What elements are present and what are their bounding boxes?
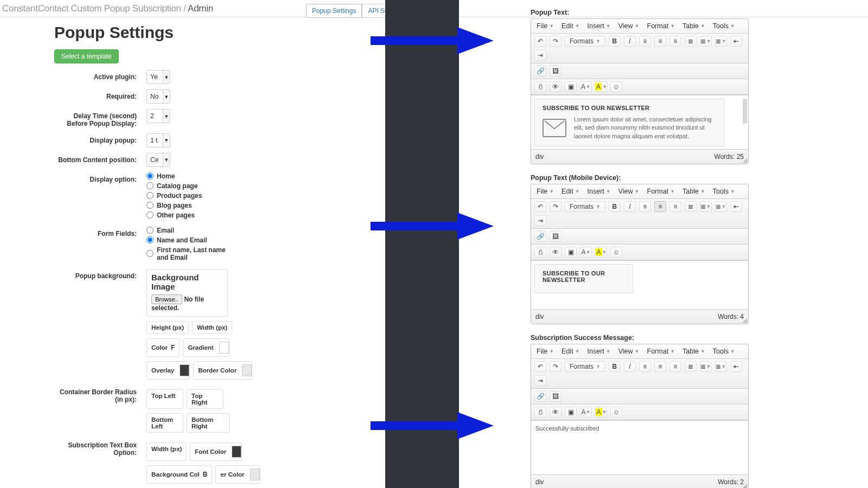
menu-tools[interactable]: Tools▼ (713, 348, 735, 355)
emoticon-icon[interactable]: ☺ (610, 247, 622, 258)
menu-table[interactable]: Table▼ (682, 22, 705, 30)
menu-view[interactable]: View▼ (618, 22, 640, 30)
input-background-col[interactable]: Background ColB (146, 465, 212, 484)
select-template-button[interactable]: Select a template (54, 49, 119, 63)
align-left-icon[interactable]: ≡ (639, 201, 651, 212)
editor-content[interactable]: SUBSCRIBE TO OUR NEWSLETTER (531, 260, 748, 309)
menu-edit[interactable]: Edit▼ (561, 22, 579, 30)
resize-handle[interactable] (742, 157, 747, 163)
align-center-icon[interactable]: ≡ (654, 36, 666, 47)
radio-other[interactable]: Other pages (146, 211, 358, 219)
menu-tools[interactable]: Tools▼ (713, 22, 735, 30)
align-center-icon[interactable]: ≡ (654, 201, 666, 212)
menu-edit[interactable]: Edit▼ (561, 348, 579, 355)
redo-icon[interactable]: ↷ (550, 361, 561, 372)
align-right-icon[interactable]: ≡ (669, 361, 681, 372)
bold-icon[interactable]: B (609, 361, 621, 372)
undo-icon[interactable]: ↶ (534, 361, 546, 372)
number-list-icon[interactable]: ≣▼ (715, 361, 727, 372)
outdent-icon[interactable]: ⇤ (730, 36, 742, 47)
preview-icon[interactable]: 👁 (550, 407, 561, 418)
radio-first-last-email[interactable]: First name, Last name and Email (146, 246, 233, 261)
input-top-left[interactable]: Top Left (146, 389, 183, 409)
align-left-icon[interactable]: ≡ (639, 36, 651, 47)
input-top-right[interactable]: Top Right (187, 389, 224, 409)
input-width-px-2[interactable]: Width (px) (146, 442, 187, 461)
forecolor-icon[interactable]: A▼ (580, 407, 592, 418)
menu-tools[interactable]: Tools▼ (713, 188, 735, 195)
bold-icon[interactable]: B (609, 201, 621, 212)
chevron-down-icon[interactable]: ▾ (163, 153, 170, 167)
radio-email[interactable]: Email (146, 227, 233, 234)
select-active-plugin[interactable]: Ye ▾ (146, 70, 170, 84)
formats-dropdown[interactable]: Formats▼ (565, 36, 605, 47)
undo-icon[interactable]: ↶ (534, 201, 546, 212)
emoticon-icon[interactable]: ☺ (610, 81, 622, 92)
redo-icon[interactable]: ↷ (550, 36, 561, 47)
indent-icon[interactable]: ⇥ (534, 375, 546, 386)
chevron-down-icon[interactable]: ▾ (163, 70, 170, 84)
chevron-down-icon[interactable]: ▾ (163, 89, 170, 104)
backcolor-icon[interactable]: A▼ (595, 407, 607, 418)
bold-icon[interactable]: B (609, 36, 621, 47)
menu-insert[interactable]: Insert▼ (588, 348, 611, 355)
preview-icon[interactable]: 👁 (550, 81, 561, 92)
menu-file[interactable]: File▼ (537, 188, 554, 195)
select-delay[interactable]: 2 ▾ (146, 109, 170, 123)
bullet-list-icon[interactable]: ≣▼ (700, 361, 712, 372)
formats-dropdown[interactable]: Formats▼ (565, 361, 605, 372)
link-icon[interactable]: 🔗 (534, 66, 546, 76)
preview-icon[interactable]: 👁 (550, 247, 561, 258)
emoticon-icon[interactable]: ☺ (610, 407, 622, 418)
align-justify-icon[interactable]: ≣ (685, 201, 697, 212)
link-icon[interactable]: 🔗 (534, 391, 546, 402)
input-bottom-right[interactable]: Bottom Right (187, 413, 230, 433)
input-color[interactable]: ColorF (146, 338, 180, 357)
menu-format[interactable]: Format▼ (647, 348, 675, 355)
menu-file[interactable]: File▼ (537, 22, 554, 30)
menu-format[interactable]: Format▼ (647, 188, 675, 195)
bullet-list-icon[interactable]: ≣▼ (700, 201, 712, 212)
backcolor-icon[interactable]: A▼ (595, 247, 607, 258)
resize-handle[interactable] (742, 317, 747, 323)
backcolor-icon[interactable]: A▼ (595, 81, 607, 92)
number-list-icon[interactable]: ≣▼ (715, 36, 727, 47)
menu-file[interactable]: File▼ (537, 348, 554, 355)
indent-icon[interactable]: ⇥ (534, 215, 546, 226)
menu-insert[interactable]: Insert▼ (588, 188, 611, 195)
media-icon[interactable]: ▣ (565, 81, 577, 92)
align-justify-icon[interactable]: ≣ (685, 361, 697, 372)
browse-button[interactable]: Browse.. (151, 294, 182, 304)
input-font-color[interactable]: Font Color (190, 442, 242, 461)
radio-catalog[interactable]: Catalog page (146, 182, 358, 190)
menu-table[interactable]: Table▼ (682, 348, 705, 355)
menu-format[interactable]: Format▼ (647, 22, 675, 30)
input-width-px[interactable]: Width (px) (192, 321, 232, 334)
align-right-icon[interactable]: ≡ (669, 201, 681, 212)
input-border-color[interactable]: Border Color (193, 361, 252, 380)
forecolor-icon[interactable]: A▼ (580, 81, 592, 92)
select-display-popup[interactable]: 1 t ▾ (146, 133, 170, 147)
print-icon[interactable]: ⎙ (534, 247, 546, 258)
resize-handle[interactable] (742, 483, 747, 488)
bullet-list-icon[interactable]: ≣▼ (700, 36, 712, 47)
input-gradient[interactable]: Gradient (183, 338, 229, 357)
italic-icon[interactable]: I (624, 201, 636, 212)
select-required[interactable]: No ▾ (146, 89, 170, 104)
radio-blog[interactable]: Blog pages (146, 202, 358, 209)
menu-insert[interactable]: Insert▼ (588, 22, 611, 30)
input-bottom-left[interactable]: Bottom Left (146, 413, 183, 433)
image-icon[interactable]: 🖼 (550, 231, 561, 242)
select-bottom-position[interactable]: Ce ▾ (146, 153, 170, 167)
radio-home[interactable]: Home (146, 172, 358, 180)
print-icon[interactable]: ⎙ (534, 407, 546, 418)
print-icon[interactable]: ⎙ (534, 81, 546, 92)
menu-view[interactable]: View▼ (618, 188, 640, 195)
radio-name-email[interactable]: Name and Email (146, 236, 233, 244)
tab-popup-settings[interactable]: Popup Settings (306, 4, 362, 18)
input-height-px[interactable]: Height (px) (146, 321, 189, 334)
image-icon[interactable]: 🖼 (550, 391, 561, 402)
formats-dropdown[interactable]: Formats▼ (565, 201, 605, 212)
align-center-icon[interactable]: ≡ (654, 361, 666, 372)
align-right-icon[interactable]: ≡ (669, 36, 681, 47)
